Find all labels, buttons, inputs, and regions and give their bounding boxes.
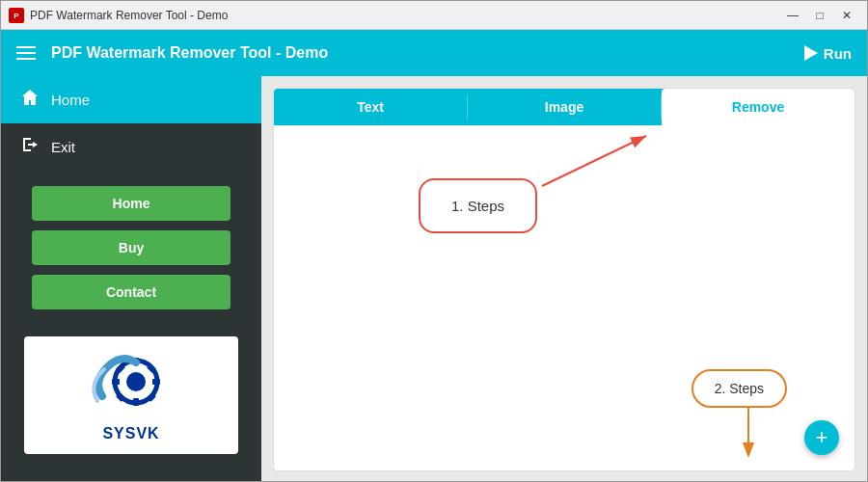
- tab-image-label: Image: [545, 99, 583, 115]
- run-button[interactable]: Run: [804, 45, 852, 62]
- arrow-step1: [532, 128, 658, 196]
- window-title: PDF Watermark Remover Tool - Demo: [30, 9, 228, 22]
- svg-rect-5: [133, 398, 139, 406]
- svg-rect-6: [112, 379, 120, 385]
- sidebar-item-exit[interactable]: Exit: [1, 123, 261, 171]
- step1-text: 1. Steps: [451, 198, 504, 214]
- run-label: Run: [824, 45, 852, 62]
- sidebar-buttons: Home Buy Contact: [1, 171, 261, 325]
- step2-text: 2. Steps: [715, 381, 764, 396]
- tab-text-label: Text: [357, 99, 384, 115]
- svg-line-13: [542, 136, 646, 186]
- fab-add-button[interactable]: +: [804, 420, 839, 455]
- app-header: PDF Watermark Remover Tool - Demo Run: [1, 30, 867, 76]
- header-left: PDF Watermark Remover Tool - Demo: [16, 44, 328, 62]
- content-panel: Text Image Remove 1. Steps: [273, 88, 855, 471]
- app-title: PDF Watermark Remover Tool - Demo: [51, 44, 328, 62]
- sidebar-exit-label: Exit: [51, 139, 75, 155]
- hamburger-menu-icon[interactable]: [16, 46, 36, 60]
- window-controls: — □ ✕: [780, 6, 859, 25]
- home-icon: [20, 88, 40, 112]
- content-body: 1. Steps 2. Steps: [274, 125, 854, 470]
- callout-step1: 1. Steps: [419, 178, 537, 233]
- play-icon: [804, 45, 818, 61]
- fab-plus-icon: +: [816, 425, 828, 450]
- svg-point-3: [126, 372, 146, 391]
- svg-rect-7: [152, 379, 160, 385]
- buy-button[interactable]: Buy: [32, 230, 231, 265]
- sidebar-home-label: Home: [51, 92, 90, 108]
- title-bar: P PDF Watermark Remover Tool - Demo — □ …: [1, 1, 867, 30]
- sysvk-logo-graphic: [83, 348, 179, 417]
- minimize-button[interactable]: —: [780, 6, 805, 25]
- callout-step2-container: 2. Steps: [692, 369, 787, 408]
- main-layout: Home Exit Home Buy Contact: [1, 76, 867, 482]
- sysvk-logo-text: SYSVK: [102, 425, 159, 442]
- arrow-step2: [719, 406, 777, 459]
- exit-icon: [20, 135, 40, 159]
- callout-step2: 2. Steps: [692, 369, 787, 408]
- sidebar-logo: SYSVK: [24, 336, 238, 454]
- content-area: Text Image Remove 1. Steps: [261, 76, 867, 482]
- title-bar-left: P PDF Watermark Remover Tool - Demo: [9, 8, 228, 23]
- contact-button[interactable]: Contact: [32, 275, 231, 309]
- callout-step1-container: 1. Steps: [419, 178, 537, 233]
- tab-bar: Text Image Remove: [274, 89, 854, 125]
- app-icon: P: [9, 8, 24, 23]
- tab-text[interactable]: Text: [274, 89, 467, 125]
- home-button[interactable]: Home: [32, 186, 231, 221]
- close-button[interactable]: ✕: [834, 6, 859, 25]
- svg-text:P: P: [14, 12, 19, 20]
- sidebar-item-home[interactable]: Home: [1, 76, 261, 123]
- tab-remove-label: Remove: [732, 99, 784, 115]
- tab-remove[interactable]: Remove: [662, 89, 854, 125]
- maximize-button[interactable]: □: [807, 6, 832, 25]
- tab-image[interactable]: Image: [468, 89, 661, 125]
- sidebar: Home Exit Home Buy Contact: [1, 76, 261, 482]
